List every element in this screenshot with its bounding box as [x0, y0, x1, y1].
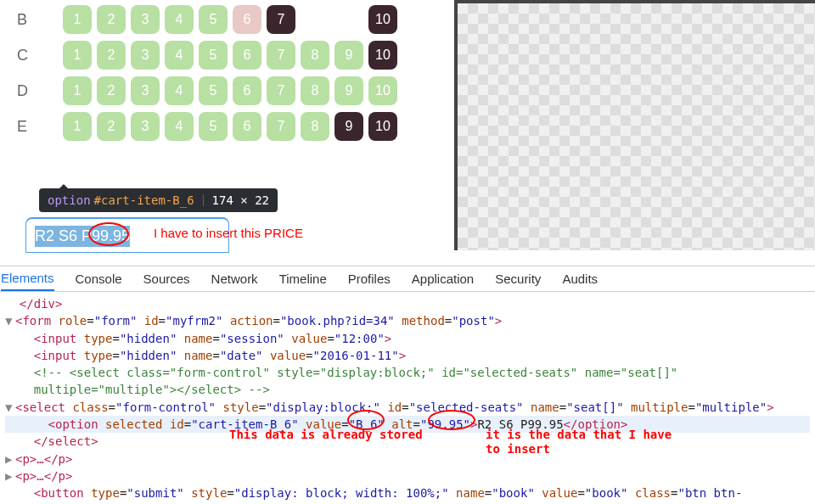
row-label: B	[17, 11, 63, 29]
seat[interactable]: 1	[63, 41, 92, 70]
seat[interactable]: 10	[368, 41, 397, 70]
seat[interactable]: 2	[97, 41, 126, 70]
seat[interactable]: 1	[63, 76, 92, 105]
seat[interactable]: 5	[199, 76, 228, 105]
seat[interactable]: 2	[97, 112, 126, 141]
seat[interactable]: 9	[334, 41, 363, 70]
element-tooltip: option#cart-item-B_6 174 × 22	[39, 188, 278, 212]
tooltip-dimensions: 174 × 22	[212, 193, 269, 207]
seat[interactable]: 8	[301, 76, 329, 105]
tab-console[interactable]: Console	[76, 267, 122, 290]
devtools-panel: ElementsConsoleSourcesNetworkTimelinePro…	[0, 266, 815, 504]
seat[interactable]: 8	[301, 112, 329, 141]
seat[interactable]: 5	[199, 112, 228, 141]
seat[interactable]: 6	[233, 5, 261, 34]
preview-checker	[454, 0, 815, 250]
row-label: E	[17, 118, 63, 136]
tab-audits[interactable]: Audits	[562, 267, 598, 290]
tab-network[interactable]: Network	[211, 267, 258, 290]
elements-code[interactable]: </div> ▼<form role="form" id="myfrm2" ac…	[0, 292, 815, 504]
seat[interactable]: 9	[334, 76, 363, 105]
seat[interactable]: 10	[368, 112, 397, 141]
seat[interactable]: 10	[368, 5, 397, 34]
seat[interactable]: 10	[368, 76, 397, 105]
annotation-already-stored: This data is already stored	[229, 426, 423, 443]
tab-sources[interactable]: Sources	[143, 267, 190, 290]
seat[interactable]: 5	[199, 5, 228, 34]
seat[interactable]: 7	[267, 5, 295, 34]
seat[interactable]: 4	[165, 112, 194, 141]
seat[interactable]: 3	[131, 76, 160, 105]
seat[interactable]: 4	[165, 5, 194, 34]
annotation-data-insert2: to insert	[486, 440, 550, 457]
seat[interactable]: 2	[97, 76, 126, 105]
tooltip-tag: option	[48, 193, 91, 207]
seat[interactable]: 2	[97, 5, 126, 34]
tooltip-selector: #cart-item-B_6	[94, 193, 194, 207]
annotation-insert-price: I have to insert this PRICE	[154, 226, 303, 240]
seat[interactable]: 8	[301, 41, 329, 70]
seat[interactable]: 6	[233, 76, 261, 105]
tab-security[interactable]: Security	[495, 267, 541, 290]
seat[interactable]: 4	[165, 41, 194, 70]
seat[interactable]: 7	[267, 76, 295, 105]
seat[interactable]: 3	[131, 112, 160, 141]
seat[interactable]: 6	[233, 112, 261, 141]
option-text: R2 S6 P99.95	[35, 226, 130, 247]
seat[interactable]: 3	[131, 5, 160, 34]
seat[interactable]: 6	[233, 41, 261, 70]
devtools-tabs: ElementsConsoleSourcesNetworkTimelinePro…	[0, 266, 815, 292]
seat[interactable]: 1	[63, 5, 92, 34]
seat[interactable]: 7	[267, 41, 295, 70]
tab-profiles[interactable]: Profiles	[348, 267, 391, 290]
seat[interactable]: 1	[63, 112, 92, 141]
tab-timeline[interactable]: Timeline	[279, 267, 327, 290]
seat[interactable]: 4	[165, 76, 194, 105]
row-label: C	[17, 47, 63, 64]
row-label: D	[17, 82, 63, 100]
seat[interactable]: 3	[131, 41, 160, 70]
seat[interactable]: 7	[267, 112, 295, 141]
seat[interactable]: 5	[199, 41, 228, 70]
tab-application[interactable]: Application	[412, 267, 474, 290]
tab-elements[interactable]: Elements	[1, 266, 54, 291]
code-token: </div>	[20, 297, 63, 311]
seat[interactable]: 9	[334, 112, 363, 141]
